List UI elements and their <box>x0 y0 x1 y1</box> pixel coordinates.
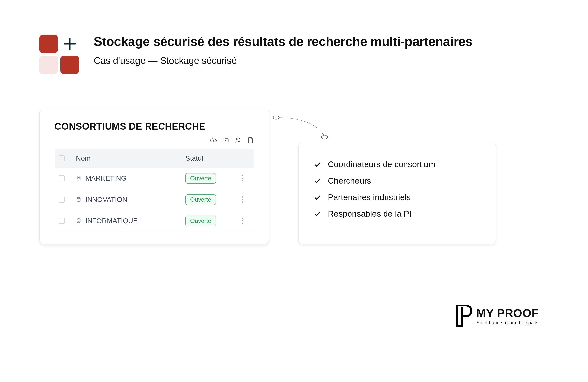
consortiums-table: Nom Statut MARKETING Ouverte <box>55 149 254 231</box>
logo-square-3 <box>40 56 58 74</box>
svg-point-3 <box>239 139 240 140</box>
benefit-label: Coordinateurs de consortium <box>328 159 436 169</box>
cloud-upload-icon[interactable] <box>210 137 217 145</box>
row-checkbox[interactable] <box>59 176 65 181</box>
card-toolbar <box>55 137 254 145</box>
table-row[interactable]: INFORMATIQUE Ouverte <box>55 210 253 231</box>
check-icon <box>314 177 322 185</box>
svg-point-1 <box>321 135 328 139</box>
benefit-item: Coordinateurs de consortium <box>314 159 481 169</box>
table-row[interactable]: MARKETING Ouverte <box>55 168 253 189</box>
row-name: INFORMATIQUE <box>85 217 138 225</box>
check-icon <box>314 210 322 218</box>
row-actions-menu[interactable] <box>235 175 250 181</box>
select-all-checkbox[interactable] <box>59 156 65 161</box>
page-header: Stockage sécurisé des résultats de reche… <box>40 35 548 74</box>
database-icon <box>76 218 81 224</box>
row-checkbox[interactable] <box>59 218 65 224</box>
benefits-card: Coordinateurs de consortium Chercheurs P… <box>298 142 496 244</box>
brand-logo: MY PROOF Shield and stream the spark <box>454 304 539 328</box>
svg-point-2 <box>236 138 238 140</box>
row-checkbox[interactable] <box>59 197 65 202</box>
benefit-label: Responsables de la PI <box>328 209 412 219</box>
column-name: Nom <box>76 155 186 162</box>
page-title: Stockage sécurisé des résultats de reche… <box>94 35 472 49</box>
row-actions-menu[interactable] <box>235 196 250 202</box>
benefit-item: Partenaires industriels <box>314 192 481 202</box>
brand-name: MY PROOF <box>476 307 539 320</box>
document-icon[interactable] <box>247 137 254 145</box>
svg-point-0 <box>273 116 279 119</box>
users-icon[interactable] <box>234 137 241 145</box>
benefit-item: Chercheurs <box>314 176 481 186</box>
svg-point-4 <box>77 176 80 178</box>
brand-tagline: Shield and stream the spark <box>476 320 539 325</box>
benefit-label: Partenaires industriels <box>328 192 411 202</box>
consortiums-card: CONSORTIUMS DE RECHERCHE Nom <box>40 109 269 244</box>
benefit-label: Chercheurs <box>328 176 371 186</box>
logo-square-plus <box>61 35 79 53</box>
status-badge: Ouverte <box>186 194 216 205</box>
row-name: MARKETING <box>85 175 126 182</box>
logo-square-4 <box>61 56 79 74</box>
svg-point-5 <box>77 197 80 199</box>
row-actions-menu[interactable] <box>235 218 250 224</box>
check-icon <box>314 160 322 169</box>
table-row[interactable]: INNOVATION Ouverte <box>55 189 253 210</box>
row-name: INNOVATION <box>85 196 127 203</box>
database-icon <box>76 197 81 202</box>
plus-icon <box>63 37 77 51</box>
column-status: Statut <box>186 155 235 162</box>
logo-square-1 <box>40 35 58 53</box>
folder-plus-icon[interactable] <box>222 137 229 145</box>
card-title: CONSORTIUMS DE RECHERCHE <box>55 121 254 132</box>
table-header: Nom Statut <box>55 149 253 168</box>
svg-point-6 <box>77 218 80 220</box>
database-icon <box>76 176 81 181</box>
status-badge: Ouverte <box>186 173 216 184</box>
benefit-item: Responsables de la PI <box>314 209 481 219</box>
status-badge: Ouverte <box>186 216 216 226</box>
page-subtitle: Cas d'usage — Stockage sécurisé <box>94 56 472 66</box>
brand-mark-icon <box>454 304 473 328</box>
check-icon <box>314 193 322 202</box>
app-logo <box>40 35 79 74</box>
